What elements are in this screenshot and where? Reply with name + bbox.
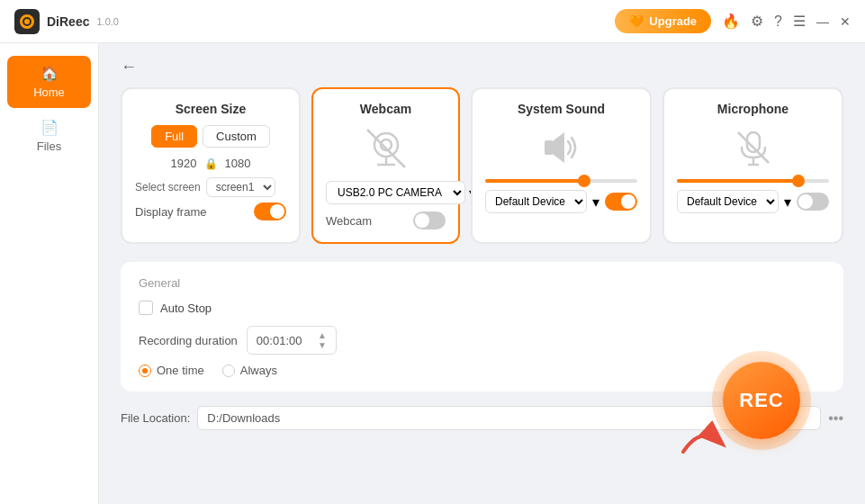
sidebar-item-files[interactable]: 📄 Files [7, 110, 91, 162]
always-radio[interactable] [222, 364, 235, 377]
heart-icon: 🧡 [629, 14, 644, 28]
system-sound-device-row: Default Device ▾ [485, 190, 637, 213]
system-sound-title: System Sound [485, 102, 637, 116]
custom-size-button[interactable]: Custom [203, 125, 270, 148]
flame-icon[interactable]: 🔥 [722, 13, 740, 30]
system-sound-card: System Sound [471, 87, 652, 244]
files-icon: 📄 [41, 119, 59, 136]
settings-icon[interactable]: ⚙ [751, 13, 763, 30]
webcam-label: Webcam [326, 214, 372, 228]
home-icon: 🏠 [41, 65, 59, 82]
microphone-card: Microphone [662, 87, 843, 244]
select-screen-label: Select screen [135, 181, 201, 194]
display-frame-label: Display frame [135, 205, 206, 219]
auto-stop-checkbox[interactable] [139, 301, 153, 315]
close-button[interactable]: ✕ [840, 14, 851, 29]
rec-arrow [674, 416, 728, 464]
arrow-icon [674, 416, 728, 461]
webcam-icon-area [326, 125, 446, 172]
svg-rect-5 [545, 140, 554, 155]
system-sound-volume[interactable] [485, 179, 637, 183]
duration-value: 00:01:00 [257, 334, 302, 347]
mic-icon-area [677, 125, 829, 170]
duration-spinner[interactable]: ▲ ▼ [318, 330, 327, 350]
microphone-icon [731, 125, 776, 170]
one-time-option[interactable]: One time [139, 364, 204, 377]
help-icon[interactable]: ? [774, 14, 782, 30]
auto-stop-label: Auto Stop [160, 302, 212, 315]
rec-label: REC [739, 389, 783, 412]
screen-select-dropdown[interactable]: screen1 [206, 177, 275, 197]
always-label: Always [240, 364, 277, 377]
back-arrow-icon: ← [121, 58, 137, 76]
always-option[interactable]: Always [222, 364, 277, 377]
minimize-button[interactable]: — [816, 14, 829, 29]
file-location-label: File Location: [121, 411, 190, 425]
lock-icon: 🔒 [204, 158, 218, 170]
microphone-title: Microphone [677, 102, 829, 116]
recording-duration-label: Recording duration [139, 334, 238, 347]
spinner-up-icon[interactable]: ▲ [318, 330, 327, 340]
resolution-width: 1920 [171, 157, 197, 170]
webcam-title: Webcam [326, 102, 446, 116]
webcam-device-row: USB2.0 PC CAMERA ▾ [326, 181, 446, 204]
system-sound-device-select[interactable]: Default Device [485, 190, 587, 213]
upgrade-button[interactable]: 🧡 Upgrade [615, 9, 711, 33]
system-sound-arrow: ▾ [592, 194, 599, 211]
one-time-label: One time [157, 364, 204, 377]
auto-stop-row: Auto Stop [139, 301, 825, 315]
mic-device-select[interactable]: Default Device [677, 190, 779, 213]
system-sound-icon-area [485, 125, 637, 170]
file-more-button[interactable]: ••• [828, 410, 843, 427]
webcam-card: Webcam USB2.0 PC CAMERA ▾ [311, 87, 460, 244]
mic-toggle[interactable] [797, 193, 829, 211]
sidebar-item-files-label: Files [37, 140, 61, 153]
select-screen-row: Select screen screen1 [135, 177, 286, 197]
titlebar-right: 🧡 Upgrade 🔥 ⚙ ? ☰ — ✕ [615, 9, 851, 33]
back-button[interactable]: ← [121, 58, 137, 76]
rec-button[interactable]: REC [723, 362, 800, 439]
duration-input: 00:01:00 ▲ ▼ [247, 326, 337, 355]
upgrade-label: Upgrade [649, 14, 697, 28]
full-size-button[interactable]: Full [151, 125, 197, 148]
webcam-icon [363, 125, 410, 172]
titlebar-left: DiReec 1.0.0 [14, 9, 119, 34]
sidebar-item-home-label: Home [33, 86, 65, 99]
general-section-title: General [139, 276, 825, 290]
resolution-height: 1080 [225, 157, 251, 170]
screen-size-title: Screen Size [135, 102, 286, 116]
screen-size-card: Screen Size Full Custom 1920 🔒 1080 Sele… [121, 87, 301, 244]
system-sound-toggle[interactable] [605, 193, 637, 211]
mic-device-row: Default Device ▾ [677, 190, 829, 213]
menu-icon[interactable]: ☰ [793, 13, 806, 30]
svg-marker-6 [554, 132, 564, 163]
one-time-radio[interactable] [139, 364, 151, 377]
resolution-row: 1920 🔒 1080 [135, 157, 286, 170]
mic-volume[interactable] [677, 179, 829, 183]
svg-point-0 [374, 133, 398, 157]
webcam-toggle-row: Webcam [326, 212, 446, 230]
size-buttons: Full Custom [135, 125, 286, 148]
display-frame-toggle[interactable] [254, 202, 286, 220]
spinner-down-icon[interactable]: ▼ [318, 340, 327, 350]
titlebar: DiReec 1.0.0 🧡 Upgrade 🔥 ⚙ ? ☰ — ✕ [0, 0, 865, 43]
sidebar: 🏠 Home 📄 Files [0, 43, 99, 504]
app-name: DiReec [47, 14, 89, 29]
mic-select-arrow: ▾ [784, 194, 791, 211]
cards-row: Screen Size Full Custom 1920 🔒 1080 Sele… [121, 87, 843, 244]
webcam-toggle[interactable] [413, 212, 446, 230]
webcam-device-select[interactable]: USB2.0 PC CAMERA [326, 181, 465, 204]
display-frame-row: Display frame [135, 202, 286, 220]
app-icon [14, 9, 40, 34]
app-version: 1.0.0 [96, 16, 118, 27]
speaker-icon [539, 125, 584, 170]
sidebar-item-home[interactable]: 🏠 Home [7, 56, 91, 108]
